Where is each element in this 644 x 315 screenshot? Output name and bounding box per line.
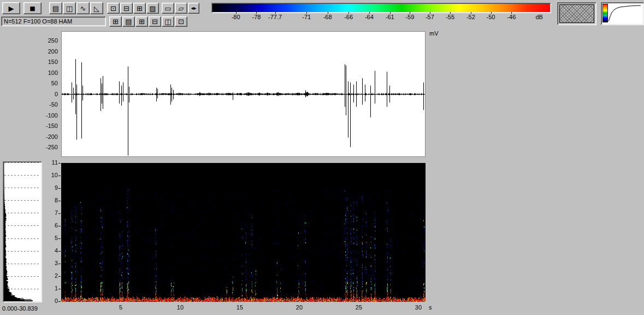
oscillogram-y-tick-label: -100	[37, 112, 58, 119]
colorbar-label: -59	[405, 14, 414, 20]
ramp-icon: ◺	[94, 5, 99, 12]
colorbar-label: -71	[302, 14, 311, 20]
display-icon: ⊡	[110, 5, 116, 12]
oscillogram-y-tick-label: 200	[37, 48, 58, 55]
spectrogram-x-tick-label: 15	[232, 304, 248, 311]
spectrogram-y-tick	[58, 264, 61, 264]
transfer-curve-panel[interactable]	[601, 2, 644, 25]
spectrogram-y-tick-label: 7	[44, 209, 58, 216]
ramp-button[interactable]: ◺	[90, 2, 103, 14]
colorbar-label: -57	[426, 14, 434, 20]
grid-icon: ⊞	[137, 5, 143, 12]
spectrogram-y-tick	[58, 188, 61, 189]
oscillogram-y-tick-label: 250	[37, 37, 58, 44]
stop-icon: ■	[29, 5, 35, 11]
layout-3-button[interactable]: ⊞	[135, 16, 148, 27]
spectrogram-y-tick	[58, 238, 61, 239]
open-button[interactable]: ▱	[175, 3, 187, 14]
grid-layout-2-icon: ▤	[125, 18, 132, 25]
levels-button[interactable]: ⊟	[120, 3, 133, 14]
colorbar-tick	[236, 12, 237, 14]
waveform-button[interactable]: ∿	[76, 2, 90, 14]
oscillogram-panel[interactable]	[61, 31, 426, 157]
spectrogram-y-tick	[58, 226, 61, 226]
waveform-icon: ∿	[80, 5, 86, 12]
colorbar-label: -78	[252, 14, 261, 20]
grid-button[interactable]: ⊞	[133, 3, 146, 14]
spectrogram-canvas[interactable]	[61, 163, 426, 302]
save-button[interactable]: ◫	[63, 2, 76, 14]
transfer-curve-canvas	[602, 3, 642, 23]
colorbar-tick	[410, 12, 410, 14]
layout-4-button[interactable]: ⊟	[149, 16, 161, 27]
spectrogram-y-tick-label: 11	[44, 159, 58, 166]
oscillogram-y-tick-label: 50	[37, 80, 58, 86]
app-window: ▶ ■ ▤ ◫ ∿ ◺ ⊡ ⊟ ⊞ ▨ ▭ ▱ ◂▸ N=512 F=100 O…	[0, 0, 644, 315]
colorbar-label: -77.7	[268, 14, 282, 20]
colorbar-label: -64	[365, 14, 374, 20]
oscillogram-unit-label: mV	[429, 30, 439, 37]
grid-layout-3-icon: ⊞	[139, 18, 145, 25]
layout-1-button[interactable]: ⊞	[109, 16, 122, 27]
spectrogram-y-tick-label: 8	[44, 197, 58, 203]
colorbar-label: -61	[386, 14, 394, 20]
spectrogram-x-tick-label: 10	[172, 304, 188, 311]
spectrogram-y-tick-label: 2	[44, 272, 58, 279]
colorbar-tick	[256, 12, 257, 14]
grid-layout-6-icon: ⊡	[178, 18, 184, 25]
spectrogram-y-tick	[58, 301, 61, 302]
spectrogram-y-tick-label: 0	[44, 298, 58, 304]
spectrogram-x-tick-label: 25	[351, 304, 367, 311]
layout-5-button[interactable]: ◫	[162, 16, 174, 27]
colorbar-tick	[348, 12, 349, 14]
colorbar-tick	[471, 12, 471, 14]
stop-button[interactable]: ■	[23, 2, 42, 14]
colorbar-tick	[450, 12, 451, 14]
oscillogram-y-tick-label: 150	[37, 59, 58, 65]
spectrogram-y-tick-label: 6	[44, 222, 58, 229]
spectrogram-x-tick-label: 20	[291, 304, 308, 311]
hatch-icon: ▨	[149, 5, 156, 12]
colorbar-label: -80	[232, 14, 240, 20]
colorbar-unit-label: dB	[535, 14, 542, 20]
colorbar-tick	[430, 12, 430, 14]
colorbar-label: -52	[466, 14, 475, 20]
spectrogram-x-tick-label: 5	[113, 304, 129, 311]
spectrogram-x-tick-label: 30	[410, 304, 427, 311]
grid-layout-5-icon: ◫	[164, 18, 171, 25]
grid-layout-1-icon: ⊞	[113, 18, 119, 25]
layout-6-button[interactable]: ⊡	[175, 16, 187, 27]
spectrogram-y-tick	[58, 251, 61, 252]
colorbar-tick	[390, 12, 391, 14]
colorbar-tick	[275, 12, 276, 14]
spectrogram-y-tick	[58, 176, 61, 176]
colorbar-label: -46	[507, 14, 516, 20]
spectrogram-y-tick	[58, 289, 61, 289]
hatch-button[interactable]: ▨	[146, 3, 159, 14]
document-button[interactable]: ▤	[49, 2, 62, 14]
spectrogram-y-tick-label: 10	[44, 172, 58, 178]
document-icon: ▤	[52, 5, 59, 12]
display-button[interactable]: ⊡	[107, 3, 120, 14]
histogram-canvas	[4, 162, 41, 301]
hatch-panel[interactable]	[557, 2, 596, 25]
prev-next-icon: ◂▸	[191, 5, 196, 11]
colorbar-label: -50	[487, 14, 495, 20]
play-button[interactable]: ▶	[2, 2, 20, 14]
colorbar-tick	[328, 12, 328, 14]
hatch-pattern	[559, 4, 594, 23]
prev-next-button[interactable]: ◂▸	[188, 3, 199, 14]
oscillogram-canvas[interactable]	[62, 32, 425, 156]
spectrogram-y-tick-label: 3	[44, 260, 58, 266]
colorbar: -80-78-77.7-71-68-66-64-61-59-57-55-52-5…	[210, 2, 553, 25]
spectrogram-y-tick-label: 1	[44, 285, 58, 291]
oscillogram-y-tick-label: 100	[37, 69, 58, 76]
time-axis-unit-label: s	[429, 304, 432, 311]
grid-layout-4-icon: ⊟	[152, 18, 158, 25]
selection-range-label: 0.000-30.839	[2, 305, 38, 312]
colorbar-tick	[491, 12, 492, 14]
spectrogram-y-tick-label: 4	[44, 247, 58, 254]
spectrogram-y-tick	[58, 213, 61, 214]
print-button[interactable]: ▭	[162, 3, 174, 14]
layout-2-button[interactable]: ▤	[122, 16, 135, 27]
